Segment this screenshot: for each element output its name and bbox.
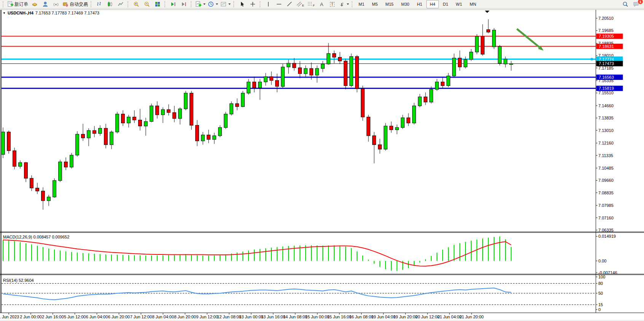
candlestick-chart-type-button[interactable] <box>105 0 115 8</box>
tile-windows-icon <box>155 1 161 7</box>
auto-trading-icon <box>62 1 69 7</box>
macd-tick-label: 0.014919 <box>598 234 616 238</box>
bear-candle <box>190 93 193 125</box>
search-button[interactable] <box>620 0 631 8</box>
price-tick-label: 7.09660 <box>598 178 614 183</box>
bull-candle <box>76 134 79 155</box>
auto-trading-button[interactable]: 自动交易 <box>61 0 89 8</box>
zoom-out-button[interactable] <box>142 0 152 8</box>
bull-candle <box>161 110 165 115</box>
timeframe-M1[interactable]: M1 <box>355 0 368 8</box>
rsi-tick-label: 50 <box>598 291 603 296</box>
text-label-tool-button[interactable]: T <box>327 0 338 8</box>
navigator-button[interactable] <box>40 0 51 8</box>
bull-candle <box>150 106 153 121</box>
toolbar-grip[interactable] <box>3 1 5 7</box>
indicators-button[interactable] <box>194 0 207 8</box>
chart-shift-button[interactable] <box>179 0 189 8</box>
vertical-line-icon <box>265 1 271 7</box>
auto-trading-label: 自动交易 <box>70 1 88 8</box>
bear-candle <box>487 30 490 32</box>
time-tick-label: 21 Jun 20:00 <box>459 315 484 319</box>
timeframe-MN[interactable]: MN <box>466 0 480 8</box>
bear-candle <box>355 57 359 89</box>
vertical-line-tool-button[interactable] <box>263 0 274 8</box>
rsi-tick-label: 100 <box>598 275 605 279</box>
toolbar-grip[interactable] <box>233 1 235 7</box>
bull-candle <box>110 132 113 145</box>
crosshair-icon <box>250 1 256 7</box>
fibonacci-tool-button[interactable]: F <box>306 0 316 8</box>
bull-candle <box>230 103 233 114</box>
bear-candle <box>276 80 279 86</box>
toolbar-grip[interactable] <box>128 1 129 7</box>
time-tick-label: 19 Jun 20:00 <box>393 315 418 319</box>
trendline-tool-button[interactable] <box>284 0 295 8</box>
signals-button[interactable] <box>51 0 61 8</box>
chart-collapse-icon[interactable]: ▼ <box>3 11 6 15</box>
bear-candle <box>361 89 365 117</box>
level-drag-handle[interactable] <box>591 58 593 60</box>
toolbar-grip[interactable] <box>191 1 193 7</box>
bear-candle <box>139 120 142 126</box>
time-tick-label: 8 Jun 04:00 <box>152 315 174 319</box>
timeframe-D1[interactable]: D1 <box>440 0 452 8</box>
timeframe-M15[interactable]: M15 <box>382 0 397 8</box>
price-tick-label: 7.19685 <box>598 28 614 33</box>
annotation-arrow[interactable] <box>517 29 544 51</box>
toolbar-grip[interactable] <box>164 1 166 7</box>
timeframe-H4[interactable]: H4 <box>426 0 438 8</box>
candles-layer <box>2 19 513 210</box>
bull-candle <box>470 52 473 60</box>
horizontal-line-tool-button[interactable] <box>274 0 284 8</box>
bear-candle <box>378 145 382 149</box>
tile-windows-button[interactable] <box>152 0 163 8</box>
bear-candle <box>298 68 302 74</box>
bull-candle <box>70 155 73 167</box>
arrows-tool-button[interactable] <box>338 0 350 8</box>
chart-window: ▼ USDCNH-,H4 7.17653 7.17783 7.17469 7.1… <box>0 9 644 321</box>
periods-button[interactable] <box>207 0 219 8</box>
crosshair-tool-button[interactable] <box>247 0 258 8</box>
equidistant-channel-tool-button[interactable]: E <box>295 0 306 8</box>
market-watch-button[interactable] <box>29 0 40 8</box>
zoom-in-button[interactable] <box>131 0 142 8</box>
bull-candle <box>401 118 405 128</box>
toolbar-grip[interactable] <box>91 1 92 7</box>
bull-candle <box>498 46 502 63</box>
bull-candle <box>59 162 62 181</box>
new-order-button[interactable]: 新订单 <box>6 0 29 8</box>
macd-panel: 0.0149190.00-0.007146 <box>3 234 617 275</box>
templates-button[interactable] <box>219 0 232 8</box>
line-chart-type-button[interactable] <box>115 0 126 8</box>
indicators-icon <box>195 1 201 7</box>
bear-candle <box>338 57 342 61</box>
bull-candle <box>179 109 182 119</box>
bull-candle <box>327 54 330 64</box>
cursor-tool-button[interactable] <box>237 0 247 8</box>
timeframe-M5[interactable]: M5 <box>368 0 381 8</box>
chart-canvas[interactable]: 7.205107.196857.188357.180107.171857.163… <box>0 9 644 321</box>
bull-candle <box>87 130 91 138</box>
toolbar-grip[interactable] <box>352 1 354 7</box>
candlestick-icon <box>107 1 113 7</box>
bear-candle <box>293 63 296 68</box>
bull-candle <box>224 114 228 127</box>
auto-scroll-button[interactable] <box>168 0 179 8</box>
timeframe-W1[interactable]: W1 <box>453 0 466 8</box>
bear-candle <box>310 68 313 75</box>
template-icon <box>220 1 226 7</box>
notifications-button[interactable]: 1 <box>631 0 641 8</box>
time-tick-label: 14 Jun 08:00 <box>283 315 308 319</box>
toolbar-grip[interactable] <box>260 1 261 7</box>
auto-scroll-icon <box>170 1 176 7</box>
text-tool-button[interactable]: A <box>316 0 327 8</box>
bar-chart-type-button[interactable] <box>94 0 105 8</box>
zoom-out-icon <box>144 1 150 7</box>
time-tick-label: 16 Jun 08:00 <box>349 315 374 319</box>
timeframe-M30[interactable]: M30 <box>398 0 413 8</box>
trendline-icon <box>287 1 293 7</box>
chevron-down-icon <box>216 3 218 5</box>
scroll-to-end-marker[interactable] <box>485 11 489 13</box>
timeframe-H1[interactable]: H1 <box>413 0 426 8</box>
